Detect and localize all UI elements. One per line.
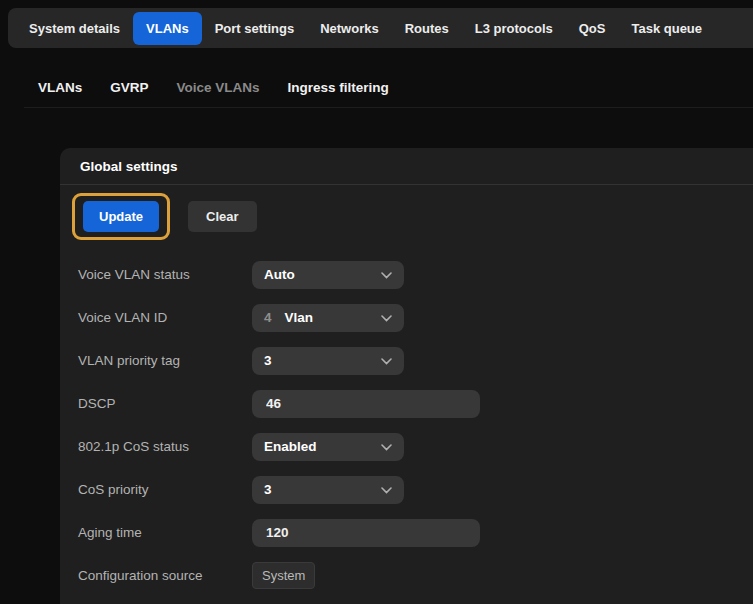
- chevron-down-icon: [381, 315, 392, 322]
- cos-priority-select[interactable]: 3: [252, 476, 404, 504]
- tab-vlans[interactable]: VLANs: [133, 12, 202, 45]
- form-row-aging-time: Aging time: [60, 511, 753, 554]
- card-title: Global settings: [80, 159, 178, 174]
- form-row-voice-vlan-id: Voice VLAN ID 4 Vlan: [60, 296, 753, 339]
- subtab-gvrp[interactable]: GVRP: [96, 80, 162, 95]
- tab-qos[interactable]: QoS: [566, 12, 619, 45]
- select-value: 3: [264, 353, 272, 368]
- select-value: Vlan: [285, 310, 314, 325]
- form-row-voice-vlan-status: Voice VLAN status Auto: [60, 253, 753, 296]
- field-label: Voice VLAN ID: [78, 310, 252, 325]
- chevron-down-icon: [381, 272, 392, 279]
- chevron-down-icon: [381, 358, 392, 365]
- settings-form: Voice VLAN status Auto Voice VLAN ID 4 V…: [60, 253, 753, 597]
- select-value: 3: [264, 482, 272, 497]
- global-settings-card: Global settings Update Clear Voice VLAN …: [60, 148, 753, 604]
- form-row-cos-priority: CoS priority 3: [60, 468, 753, 511]
- chevron-down-icon: [381, 487, 392, 494]
- form-row-dscp: DSCP: [60, 382, 753, 425]
- tab-system-details[interactable]: System details: [16, 12, 133, 45]
- clear-button[interactable]: Clear: [188, 201, 257, 232]
- field-label: Voice VLAN status: [78, 267, 252, 282]
- update-highlight-box: Update: [72, 193, 170, 240]
- chevron-down-icon: [381, 444, 392, 451]
- tab-port-settings[interactable]: Port settings: [202, 12, 307, 45]
- tab-routes[interactable]: Routes: [392, 12, 462, 45]
- voice-vlans-settings-screen: System details VLANs Port settings Netwo…: [0, 0, 753, 604]
- field-label: 802.1p CoS status: [78, 439, 252, 454]
- voice-vlan-id-select[interactable]: 4 Vlan: [252, 304, 404, 332]
- vlans-sub-navigation: VLANs GVRP Voice VLANs Ingress filtering: [24, 68, 753, 108]
- field-label: Aging time: [78, 525, 252, 540]
- field-label: VLAN priority tag: [78, 353, 252, 368]
- select-value: Enabled: [264, 439, 317, 454]
- subtab-ingress-filtering[interactable]: Ingress filtering: [274, 80, 403, 95]
- voice-vlan-status-select[interactable]: Auto: [252, 261, 404, 289]
- vlan-priority-tag-select[interactable]: 3: [252, 347, 404, 375]
- form-row-cos-status: 802.1p CoS status Enabled: [60, 425, 753, 468]
- select-value: Auto: [264, 267, 295, 282]
- form-row-configuration-source: Configuration source System: [60, 554, 753, 597]
- dscp-input[interactable]: [252, 390, 480, 418]
- tab-networks[interactable]: Networks: [307, 12, 392, 45]
- form-row-vlan-priority-tag: VLAN priority tag 3: [60, 339, 753, 382]
- card-header: Global settings: [60, 148, 753, 185]
- subtab-voice-vlans[interactable]: Voice VLANs: [163, 80, 274, 95]
- vlan-id-number: 4: [264, 310, 272, 325]
- subtab-vlans[interactable]: VLANs: [24, 80, 96, 95]
- action-buttons-row: Update Clear: [72, 193, 753, 240]
- top-navigation-bar: System details VLANs Port settings Netwo…: [8, 8, 753, 48]
- field-label: DSCP: [78, 396, 252, 411]
- field-label: Configuration source: [78, 568, 252, 583]
- configuration-source-value: System: [252, 562, 315, 589]
- update-button[interactable]: Update: [83, 201, 159, 232]
- cos-status-select[interactable]: Enabled: [252, 433, 404, 461]
- tab-l3-protocols[interactable]: L3 protocols: [462, 12, 566, 45]
- aging-time-input[interactable]: [252, 519, 480, 547]
- field-label: CoS priority: [78, 482, 252, 497]
- tab-task-queue[interactable]: Task queue: [618, 12, 715, 45]
